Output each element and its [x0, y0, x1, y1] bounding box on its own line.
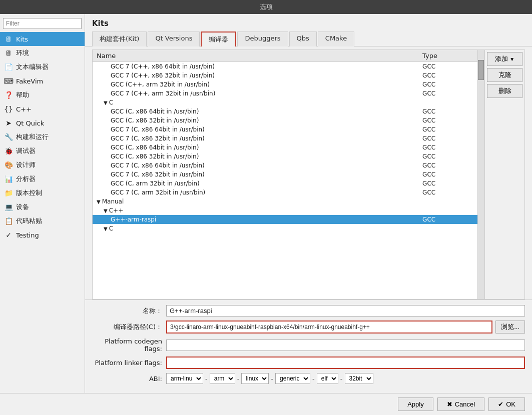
sidebar-item-devices[interactable]: 💻设备	[0, 200, 85, 214]
table-row[interactable]: GCC (C, x86 32bit in /usr/bin)GCC	[93, 152, 477, 161]
sidebar: 🖥Kits🖥环境📄文本编辑器⌨FakeVim❓帮助{}C++➤Qt Quick🔧…	[0, 14, 85, 393]
table-buttons: 添加 ▼克隆删除	[484, 50, 524, 299]
tab-cmake[interactable]: CMake	[318, 32, 354, 46]
codegen-row: Platform codegen flags:	[92, 338, 525, 352]
sidebar-label-debugger: 调试器	[16, 146, 36, 156]
table-row[interactable]: GCC 7 (C, x86 64bit in /usr/bin)GCC	[93, 125, 477, 134]
sidebar-item-texteditor[interactable]: 📄文本编辑器	[0, 60, 85, 74]
devices-icon: 💻	[4, 202, 13, 212]
main-content: Kits 构建套件(Kit)Qt Versions编译器DebuggersQbs…	[85, 14, 532, 393]
table-row[interactable]: GCC 7 (C++, x86 64bit in /usr/bin)GCC	[93, 62, 477, 72]
vcs-icon: 📁	[4, 188, 13, 198]
sidebar-item-env[interactable]: 🖥环境	[0, 46, 85, 60]
codegen-input[interactable]	[166, 340, 525, 351]
sidebar-item-debugger[interactable]: 🐞调试器	[0, 144, 85, 158]
table-row[interactable]: ▼C	[93, 98, 477, 107]
path-container: 浏览...	[166, 320, 525, 334]
fakevim-icon: ⌨	[4, 76, 13, 86]
abi-container: arm-linu-arm-linux-generic-elf-32bit	[166, 373, 525, 384]
abi-select-4[interactable]: elf	[317, 373, 338, 384]
clone-button[interactable]: 克隆	[487, 68, 522, 82]
table-row[interactable]: GCC (C, x86 32bit in /usr/bin)GCC	[93, 116, 477, 125]
table-row[interactable]: GCC 7 (C, x86 64bit in /usr/bin)GCC	[93, 161, 477, 170]
sidebar-label-texteditor: 文本编辑器	[16, 62, 49, 72]
abi-select-3[interactable]: generic	[275, 373, 310, 384]
add-button[interactable]: 添加 ▼	[487, 52, 522, 66]
table-row[interactable]: ▼C	[93, 224, 477, 233]
dialog-body: 🖥Kits🖥环境📄文本编辑器⌨FakeVim❓帮助{}C++➤Qt Quick🔧…	[0, 14, 532, 393]
codepaste-icon: 📋	[4, 216, 13, 226]
title-bar: 选项	[0, 0, 532, 14]
analyzer-icon: 📊	[4, 174, 13, 184]
tab-qbs[interactable]: Qbs	[289, 32, 317, 46]
testing-icon: ✓	[4, 230, 13, 240]
env-icon: 🖥	[4, 48, 13, 58]
table-row[interactable]: GCC 7 (C, x86 32bit in /usr/bin)GCC	[93, 134, 477, 143]
bottom-bar: Apply ✖ Cancel ✔ OK	[0, 393, 532, 415]
linker-row: Platform linker flags:	[92, 356, 525, 369]
sidebar-label-fakevim: FakeVim	[16, 78, 43, 85]
help-icon: ❓	[4, 90, 13, 100]
table-row[interactable]: GCC 7 (C, x86 32bit in /usr/bin)GCC	[93, 170, 477, 179]
sidebar-item-fakevim[interactable]: ⌨FakeVim	[0, 74, 85, 88]
name-input[interactable]	[166, 305, 525, 316]
sidebar-item-vcs[interactable]: 📁版本控制	[0, 186, 85, 200]
abi-select-2[interactable]: linux	[241, 373, 269, 384]
sidebar-item-build[interactable]: 🔧构建和运行	[0, 130, 85, 144]
sidebar-item-qtquick[interactable]: ➤Qt Quick	[0, 116, 85, 130]
path-input[interactable]	[166, 320, 492, 334]
path-label: 编译器路径(C)：	[92, 322, 162, 332]
table-row[interactable]: GCC 7 (C, arm 32bit in /usr/bin)GCC	[93, 188, 477, 197]
table-container: Name Type GCC 7 (C++, x86 64bit in /usr/…	[92, 50, 525, 300]
sidebar-item-cpp[interactable]: {}C++	[0, 102, 85, 116]
table-row[interactable]: G++-arm-raspiGCC	[93, 215, 477, 224]
abi-select-0[interactable]: arm-linu	[166, 373, 203, 384]
build-icon: 🔧	[4, 132, 13, 142]
table-row[interactable]: GCC (C++, arm 32bit in /usr/bin)GCC	[93, 80, 477, 89]
detail-area: 名称： 编译器路径(C)： 浏览... Platform codegen fla…	[85, 300, 532, 393]
sidebar-item-designer[interactable]: 🎨设计师	[0, 158, 85, 172]
table-row[interactable]: GCC 7 (C++, arm 32bit in /usr/bin)GCC	[93, 89, 477, 98]
linker-label: Platform linker flags:	[92, 359, 162, 366]
tab-compilers[interactable]: 编译器	[201, 32, 236, 46]
sidebar-label-kits: Kits	[16, 36, 28, 43]
table-row[interactable]: ▼Manual	[93, 197, 477, 206]
abi-separator: -	[237, 375, 240, 382]
cancel-button[interactable]: ✖ Cancel	[437, 398, 484, 411]
tab-kit[interactable]: 构建套件(Kit)	[92, 32, 147, 46]
tab-qtversions[interactable]: Qt Versions	[148, 32, 200, 46]
abi-separator: -	[340, 375, 343, 382]
path-row: 编译器路径(C)： 浏览...	[92, 320, 525, 334]
table-row[interactable]: GCC (C, arm 32bit in /usr/bin)GCC	[93, 179, 477, 188]
sidebar-label-analyzer: 分析器	[16, 174, 36, 184]
sidebar-item-analyzer[interactable]: 📊分析器	[0, 172, 85, 186]
sidebar-item-codepaste[interactable]: 📋代码粘贴	[0, 214, 85, 228]
abi-select-1[interactable]: arm	[210, 373, 235, 384]
sidebar-label-cpp: C++	[16, 106, 32, 113]
cpp-icon: {}	[4, 104, 13, 114]
sidebar-item-kits[interactable]: 🖥Kits	[0, 32, 85, 46]
ok-label: OK	[506, 400, 515, 408]
delete-button[interactable]: 删除	[487, 84, 522, 98]
ok-button[interactable]: ✔ OK	[488, 398, 525, 411]
table-row[interactable]: GCC (C, x86 64bit in /usr/bin)GCC	[93, 143, 477, 152]
apply-button[interactable]: Apply	[398, 398, 433, 411]
table-row[interactable]: ▼C++	[93, 206, 477, 215]
sidebar-label-devices: 设备	[16, 202, 29, 212]
tab-debuggers[interactable]: Debuggers	[237, 32, 288, 46]
abi-select-5[interactable]: 32bit	[345, 373, 373, 384]
name-row: 名称：	[92, 305, 525, 316]
sidebar-item-help[interactable]: ❓帮助	[0, 88, 85, 102]
scrollbar-track[interactable]	[477, 50, 484, 299]
name-label: 名称：	[92, 306, 162, 316]
linker-input[interactable]	[166, 356, 525, 369]
col-name: Name	[93, 50, 418, 62]
browse-button[interactable]: 浏览...	[495, 320, 525, 334]
filter-input[interactable]	[3, 18, 82, 29]
sidebar-item-testing[interactable]: ✓Testing	[0, 228, 85, 242]
table-row[interactable]: GCC (C, x86 64bit in /usr/bin)GCC	[93, 107, 477, 116]
section-title: Kits	[85, 14, 532, 31]
title: 选项	[260, 2, 273, 12]
table-row[interactable]: GCC 7 (C++, x86 32bit in /usr/bin)GCC	[93, 71, 477, 80]
scrollbar-thumb[interactable]	[478, 60, 484, 80]
